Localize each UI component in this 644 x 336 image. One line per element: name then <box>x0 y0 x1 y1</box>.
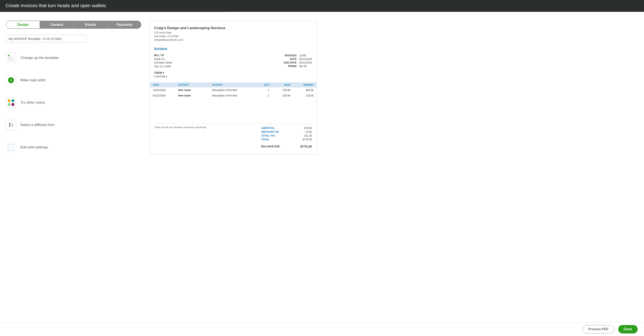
tab-payments[interactable]: Payments <box>108 21 141 29</box>
tab-content[interactable]: Content <box>40 21 74 29</box>
meta-date-label: DATE <box>284 58 298 61</box>
col-rate: RATE <box>269 84 290 86</box>
template-name-value: My INVOICE Template - 8-19 (27333) <box>9 37 62 40</box>
invoice-meta: INVOICE#12345 DATE01/12/2016 DUE DATE02/… <box>283 54 312 68</box>
meta-terms: Net 30 <box>299 65 312 68</box>
line-date: 12/01/2016 <box>153 89 178 92</box>
preview-column: Craig's Design and Landscaping Services … <box>150 21 638 155</box>
bill-to-cityline: City, CA 12345 <box>154 65 172 68</box>
line-name: Item name <box>178 94 212 97</box>
print-settings-icon <box>6 142 16 152</box>
page-header: Create invoices that turn heads and open… <box>0 0 644 12</box>
discount-label: DISCOUNT 2% <box>261 130 294 134</box>
bill-to-block: BILL TO Smith Co. 123 Main Street City, … <box>154 54 172 68</box>
balance-label: BALANCE DUE <box>261 142 294 148</box>
tax-value: 101.25 <box>295 134 312 137</box>
line-rate: 225.00 <box>269 94 290 97</box>
preview-pdf-button[interactable]: Preview PDF <box>582 325 614 334</box>
totals-block: SUBTOTAL675.00 DISCOUNT 2%-13.50 TOTAL T… <box>261 126 312 149</box>
line-items-header: DATE ACTIVITY ACTIVITY QTY RATE AMOUNT <box>150 82 316 87</box>
invoice-preview: Craig's Design and Landscaping Services … <box>150 21 317 155</box>
col-qty: QTY <box>256 84 269 86</box>
crew-value: CUSTOM-1 <box>154 75 312 78</box>
option-try-colors-label: Try other colors <box>20 100 45 105</box>
company-street: 123 Sierra Way <box>154 31 312 35</box>
option-change-template[interactable]: Change up the template <box>6 53 141 63</box>
page-title: Create invoices that turn heads and open… <box>6 3 106 8</box>
logo-add-icon: + <box>6 75 16 85</box>
balance-value: $776.25 <box>295 142 312 148</box>
action-bar: Preview PDF Done <box>0 322 644 336</box>
colors-icon <box>6 98 16 108</box>
font-icon: Ff <box>6 120 16 130</box>
total-value: $776.25 <box>295 138 312 141</box>
line-amount: 225.00 <box>290 94 314 97</box>
company-name: Craig's Design and Landscaping Services <box>154 26 312 30</box>
subtotal-value: 675.00 <box>295 126 312 130</box>
line-qty: 1 <box>256 94 269 97</box>
bill-to-name: Smith Co. <box>154 57 172 61</box>
line-item: 12/01/2016 Item name Description of the … <box>150 87 316 93</box>
col-activity: ACTIVITY <box>178 84 212 86</box>
meta-invoice-num: 12345 <box>299 54 312 57</box>
design-options: Change up the template + Make logo edits <box>6 53 141 152</box>
meta-duedate: 02/12/2016 <box>299 61 312 64</box>
bill-to-label: BILL TO <box>154 54 172 57</box>
line-date: 01/12/2016 <box>153 94 178 97</box>
col-amount: AMOUNT <box>290 84 314 86</box>
line-amount: 450.00 <box>290 89 314 92</box>
crew-label: CREW # <box>154 71 312 74</box>
meta-terms-label: TERMS <box>284 65 298 68</box>
company-email: noreply@quickbooks.com <box>154 38 312 42</box>
meta-date: 01/12/2016 <box>299 58 312 61</box>
tab-emails[interactable]: Emails <box>74 21 108 29</box>
col-activity-2: ACTIVITY <box>212 84 256 86</box>
bill-to-street: 123 Main Street <box>154 61 172 65</box>
line-item: 01/12/2016 Item name Description of the … <box>150 93 316 98</box>
option-try-colors[interactable]: Try other colors <box>6 98 141 108</box>
discount-value: -13.50 <box>295 130 312 134</box>
option-select-font-label: Select a different font <box>20 123 54 127</box>
left-panel: Design Content Emails Payments My INVOIC… <box>6 21 141 155</box>
template-name-input[interactable]: My INVOICE Template - 8-19 (27333) <box>6 35 86 43</box>
subtotal-label: SUBTOTAL <box>261 126 294 130</box>
line-name: Item name <box>178 89 212 92</box>
option-logo-edits-label: Make logo edits <box>20 78 46 82</box>
meta-invoice-num-label: INVOICE# <box>284 54 298 57</box>
meta-duedate-label: DUE DATE <box>284 61 298 64</box>
option-change-template-label: Change up the template <box>20 56 58 60</box>
option-logo-edits[interactable]: + Make logo edits <box>6 75 141 85</box>
company-cityline: San Pablo, CA 87999 <box>154 35 312 38</box>
tax-label: TOTAL TAX <box>261 134 294 137</box>
company-address: 123 Sierra Way San Pablo, CA 87999 norep… <box>154 31 312 42</box>
thank-you-message: Thank you for your business and have a g… <box>154 126 206 149</box>
template-icon <box>6 53 16 63</box>
option-select-font[interactable]: Ff Select a different font <box>6 120 141 130</box>
option-print-settings-label: Edit print settings <box>20 145 48 150</box>
line-desc: Description of the item <box>212 94 256 97</box>
document-title: Invoice <box>154 47 312 51</box>
tab-bar: Design Content Emails Payments <box>6 21 141 29</box>
col-date: DATE <box>153 84 178 86</box>
crew-block: CREW # CUSTOM-1 <box>154 71 312 78</box>
tab-design[interactable]: Design <box>6 21 40 29</box>
total-label: TOTAL <box>261 138 294 141</box>
line-rate: 225.00 <box>269 89 290 92</box>
option-print-settings[interactable]: Edit print settings <box>6 142 141 152</box>
line-desc: Description of the item <box>212 89 256 92</box>
done-button[interactable]: Done <box>618 325 638 334</box>
line-qty: 2 <box>256 89 269 92</box>
